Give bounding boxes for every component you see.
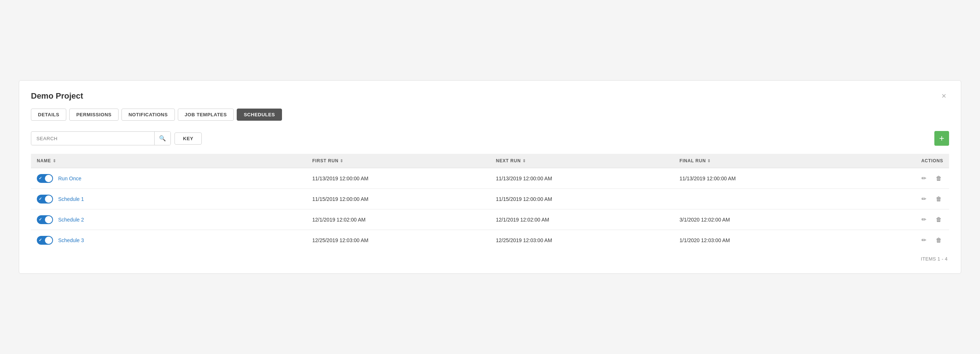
tab-job-templates[interactable]: JOB TEMPLATES — [178, 108, 234, 121]
edit-button-3[interactable]: ✏ — [920, 235, 928, 245]
schedule-link-1[interactable]: Schedule 1 — [58, 196, 84, 202]
tab-schedules[interactable]: SCHEDULES — [237, 108, 282, 121]
add-button[interactable]: + — [934, 131, 949, 146]
schedule-link-0[interactable]: Run Once — [58, 176, 81, 181]
name-cell-0: Run Once — [31, 168, 306, 189]
schedule-link-3[interactable]: Schedule 3 — [58, 237, 84, 243]
first-run-3: 12/25/2019 12:03:00 AM — [306, 230, 490, 251]
toolbar: 🔍 KEY + — [31, 131, 949, 146]
key-button[interactable]: KEY — [175, 132, 202, 144]
delete-button-2[interactable]: 🗑 — [934, 215, 943, 224]
col-header-final_run[interactable]: FINAL RUN⇕ — [674, 154, 858, 168]
sort-icon-first_run: ⇕ — [340, 159, 344, 164]
final-run-1 — [674, 189, 858, 210]
table-header: NAME⇕FIRST RUN⇕NEXT RUN⇕FINAL RUN⇕ACTION… — [31, 154, 949, 168]
delete-button-1[interactable]: 🗑 — [934, 194, 943, 204]
toggle-2[interactable] — [37, 215, 53, 224]
col-header-actions: ACTIONS — [858, 154, 949, 168]
col-header-next_run[interactable]: NEXT RUN⇕ — [490, 154, 674, 168]
delete-button-0[interactable]: 🗑 — [934, 174, 943, 183]
name-cell-2: Schedule 2 — [31, 210, 306, 230]
next-run-3: 12/25/2019 12:03:00 AM — [490, 230, 674, 251]
edit-button-2[interactable]: ✏ — [920, 214, 928, 224]
tab-permissions[interactable]: PERMISSIONS — [69, 108, 119, 121]
col-header-name[interactable]: NAME⇕ — [31, 154, 306, 168]
sort-icon-next_run: ⇕ — [522, 159, 526, 164]
table-row: Run Once11/13/2019 12:00:00 AM11/13/2019… — [31, 168, 949, 189]
tab-notifications[interactable]: NOTIFICATIONS — [121, 108, 175, 121]
schedule-link-2[interactable]: Schedule 2 — [58, 217, 84, 223]
next-run-0: 11/13/2019 12:00:00 AM — [490, 168, 674, 189]
delete-button-3[interactable]: 🗑 — [934, 235, 943, 245]
final-run-3: 1/1/2020 12:03:00 AM — [674, 230, 858, 251]
modal-header: Demo Project × — [31, 91, 949, 101]
search-input[interactable] — [31, 132, 154, 144]
table-body: Run Once11/13/2019 12:00:00 AM11/13/2019… — [31, 168, 949, 251]
table-row: Schedule 212/1/2019 12:02:00 AM12/1/2019… — [31, 210, 949, 230]
next-run-1: 11/15/2019 12:00:00 AM — [490, 189, 674, 210]
first-run-2: 12/1/2019 12:02:00 AM — [306, 210, 490, 230]
actions-cell-1: ✏🗑 — [858, 189, 949, 210]
edit-button-1[interactable]: ✏ — [920, 194, 928, 204]
close-button[interactable]: × — [939, 91, 949, 101]
actions-cell-2: ✏🗑 — [858, 210, 949, 230]
col-header-first_run[interactable]: FIRST RUN⇕ — [306, 154, 490, 168]
search-button[interactable]: 🔍 — [154, 132, 170, 145]
items-count: ITEMS 1 - 4 — [31, 250, 949, 262]
first-run-0: 11/13/2019 12:00:00 AM — [306, 168, 490, 189]
tab-details[interactable]: DETAILS — [31, 108, 66, 121]
actions-cell-0: ✏🗑 — [858, 168, 949, 189]
modal-title: Demo Project — [31, 91, 83, 101]
name-cell-3: Schedule 3 — [31, 230, 306, 251]
search-wrapper: 🔍 — [31, 131, 171, 145]
tabs-bar: DETAILSPERMISSIONSNOTIFICATIONSJOB TEMPL… — [31, 108, 949, 121]
final-run-0: 11/13/2019 12:00:00 AM — [674, 168, 858, 189]
name-cell-1: Schedule 1 — [31, 189, 306, 210]
first-run-1: 11/15/2019 12:00:00 AM — [306, 189, 490, 210]
schedules-table: NAME⇕FIRST RUN⇕NEXT RUN⇕FINAL RUN⇕ACTION… — [31, 154, 949, 250]
next-run-2: 12/1/2019 12:02:00 AM — [490, 210, 674, 230]
table-row: Schedule 312/25/2019 12:03:00 AM12/25/20… — [31, 230, 949, 251]
toggle-1[interactable] — [37, 195, 53, 203]
actions-cell-3: ✏🗑 — [858, 230, 949, 251]
sort-icon-name: ⇕ — [52, 159, 56, 164]
sort-icon-final_run: ⇕ — [707, 159, 711, 164]
edit-button-0[interactable]: ✏ — [920, 173, 928, 183]
table-row: Schedule 111/15/2019 12:00:00 AM11/15/20… — [31, 189, 949, 210]
final-run-2: 3/1/2020 12:02:00 AM — [674, 210, 858, 230]
toggle-0[interactable] — [37, 174, 53, 183]
modal-container: Demo Project × DETAILSPERMISSIONSNOTIFIC… — [19, 80, 961, 274]
toggle-3[interactable] — [37, 236, 53, 245]
